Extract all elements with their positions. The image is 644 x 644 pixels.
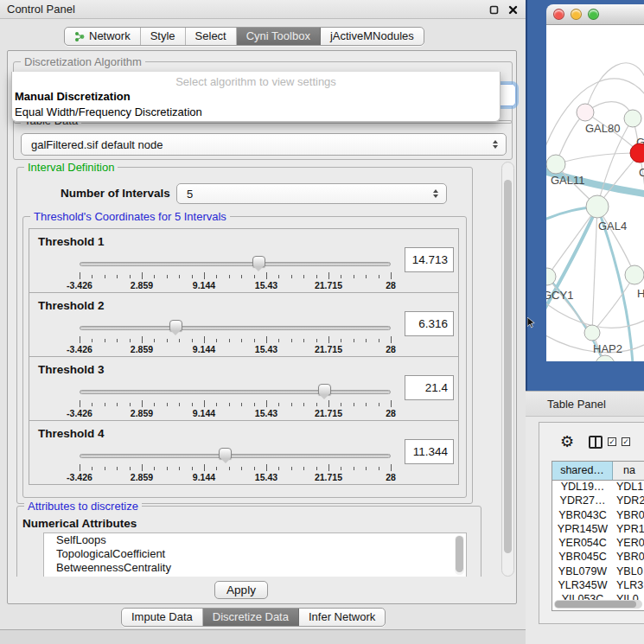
float-window-icon[interactable]	[488, 3, 500, 16]
table-data-select[interactable]: galFiltered.sif default node	[21, 133, 507, 156]
table-cell[interactable]: YLR345W	[552, 579, 613, 593]
table-cell[interactable]: YBR0	[613, 509, 644, 523]
table-row[interactable]: YER054CYER0	[552, 537, 644, 551]
table-cell[interactable]: YBL0	[613, 565, 644, 579]
threshold-slider[interactable]	[80, 390, 391, 394]
list-scrollbar[interactable]	[455, 535, 464, 575]
table-cell[interactable]: YDR27…	[552, 494, 613, 508]
table-row[interactable]: YBR043CYBR0	[552, 509, 644, 523]
network-node-h[interactable]	[625, 265, 644, 284]
slider-ticks	[80, 336, 391, 343]
table-horizontal-scrollbar[interactable]	[554, 600, 642, 609]
table-cell[interactable]: YBR045C	[552, 551, 613, 564]
network-node-gcy1[interactable]	[546, 268, 556, 285]
table-cell[interactable]: YDL1	[613, 481, 644, 494]
tab-select[interactable]: Select	[186, 28, 237, 45]
threshold-value-field[interactable]: 6.316	[405, 311, 454, 336]
table-cell[interactable]: YER054C	[552, 537, 613, 551]
tab-infer-network[interactable]: Infer Network	[299, 609, 385, 626]
slider-thumb[interactable]	[169, 320, 182, 331]
tick-label: 28	[386, 408, 396, 418]
slider-thumb[interactable]	[219, 448, 232, 459]
tab-network[interactable]: Network	[65, 28, 141, 45]
network-node-ga[interactable]	[624, 110, 641, 127]
network-canvas-area[interactable]: GAL80GACGAL11GAL4GCY1HHAP2	[546, 25, 644, 361]
threshold-value-field[interactable]: 14.713	[405, 247, 454, 272]
group-title: Attributes to discretize	[24, 500, 142, 513]
table-cell[interactable]: YDR2	[613, 494, 644, 508]
network-icon	[74, 31, 85, 42]
column-header-na[interactable]: na	[613, 462, 644, 480]
column-header-shared-[interactable]: shared…	[552, 462, 613, 480]
table-row[interactable]: YBR045CYBR0	[552, 551, 644, 564]
table-cell[interactable]: YER0	[613, 537, 644, 551]
table-cell[interactable]: YBR0	[613, 551, 644, 564]
attribute-list-item[interactable]: TopologicalCoefficient	[44, 547, 466, 561]
table-cell[interactable]: YPR145W	[552, 523, 613, 537]
threshold-value-field[interactable]: 21.4	[405, 375, 454, 400]
table-cell[interactable]: YDL19…	[552, 481, 613, 494]
tick-label: 21.715	[315, 344, 342, 354]
table-cell[interactable]: YBL079W	[552, 565, 613, 579]
scrollbar-thumb[interactable]	[555, 601, 636, 608]
number-of-intervals-select[interactable]: 5	[176, 183, 447, 204]
table-row[interactable]: YDR27…YDR2	[552, 494, 644, 508]
tab-impute-data[interactable]: Impute Data	[122, 609, 203, 626]
tab-cyni-toolbox[interactable]: Cyni Toolbox	[237, 28, 321, 45]
network-node-gal80[interactable]	[577, 104, 594, 121]
threshold-slider[interactable]	[80, 326, 391, 330]
tick-label: -3.426	[67, 408, 92, 418]
dropdown-option-equal-width-frequency-discretization[interactable]: Equal Width/Frequency Discretization	[12, 105, 500, 120]
tick-label: 15.43	[255, 280, 277, 290]
select-all-checkbox-icon[interactable]: ✓	[608, 437, 616, 446]
tick-label: -3.426	[67, 344, 92, 354]
table-panel-body: ⚙ ✓ ✓ shared…na YDL19…YDL1YDR27…YDR2YBR0…	[526, 417, 644, 644]
group-title: Interval Definition	[24, 162, 118, 174]
table-row[interactable]: YDL19…YDL1	[552, 481, 644, 494]
table-cell[interactable]: YBR043C	[552, 509, 613, 523]
select-none-checkbox-icon[interactable]: ✓	[622, 437, 630, 446]
apply-button[interactable]: Apply	[214, 581, 268, 599]
threshold-slider[interactable]	[80, 454, 391, 458]
top-tab-bar: NetworkStyleSelectCyni ToolboxjActiveMNo…	[64, 27, 424, 46]
settings-gear-icon[interactable]: ⚙	[560, 430, 574, 453]
threshold-value-field[interactable]: 11.344	[405, 439, 454, 464]
numerical-attributes-list[interactable]: SelfLoopsTopologicalCoefficientBetweenne…	[43, 532, 467, 577]
attribute-list-item[interactable]: SelfLoops	[44, 533, 466, 547]
slider-thumb[interactable]	[318, 384, 331, 395]
network-edge[interactable]	[547, 207, 597, 277]
close-icon[interactable]	[507, 3, 519, 16]
network-canvas[interactable]: GAL80GACGAL11GAL4GCY1HHAP2	[546, 25, 644, 361]
attribute-list-item[interactable]: BetweennessCentrality	[44, 561, 466, 575]
zoom-traffic-light[interactable]	[588, 9, 599, 20]
scrollbar-thumb[interactable]	[504, 180, 512, 553]
threshold-slider[interactable]	[80, 262, 391, 266]
tab-style[interactable]: Style	[141, 28, 186, 45]
scrollbar-thumb[interactable]	[456, 536, 463, 572]
network-node-gal4[interactable]	[586, 195, 609, 218]
split-columns-icon[interactable]	[589, 436, 603, 449]
network-edge[interactable]	[592, 207, 597, 333]
table-row[interactable]: YBL079WYBL0	[552, 565, 644, 579]
tab-discretize-data[interactable]: Discretize Data	[203, 609, 299, 626]
close-traffic-light[interactable]	[553, 9, 564, 20]
tab-jactivemnodules[interactable]: jActiveMNodules	[321, 28, 424, 45]
table-cell[interactable]: YLR3	[613, 579, 644, 593]
network-node-gal11[interactable]	[546, 155, 565, 174]
table-row[interactable]: YPR145WYPR1	[552, 523, 644, 537]
table-row[interactable]: YLR345WYLR3	[552, 579, 644, 593]
network-window-titlebar[interactable]	[546, 4, 644, 25]
tick-label: 21.715	[315, 472, 342, 482]
node-label: GAL11	[551, 174, 585, 187]
dropdown-option-manual-discretization[interactable]: Manual Discretization	[12, 89, 500, 105]
table-cell[interactable]: YPR1	[613, 523, 644, 537]
tab-label: Network	[89, 28, 131, 45]
minimize-traffic-light[interactable]	[571, 9, 582, 20]
tick-label: 15.43	[255, 408, 277, 418]
network-edge[interactable]	[585, 63, 644, 112]
network-node[interactable]	[596, 355, 615, 361]
panel-scrollbar[interactable]	[501, 162, 514, 577]
network-edge[interactable]	[556, 153, 640, 164]
slider-thumb[interactable]	[252, 256, 265, 267]
network-node-hap2[interactable]	[584, 325, 600, 341]
